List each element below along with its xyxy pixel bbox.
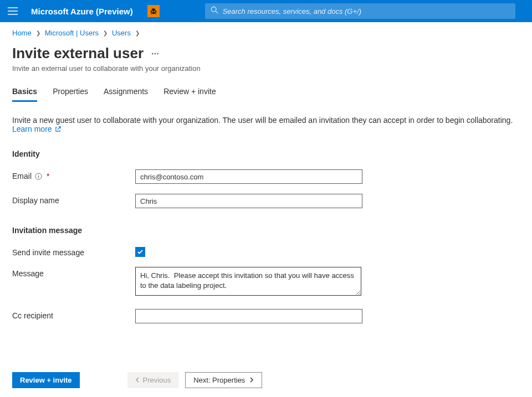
chevron-left-icon bbox=[135, 376, 140, 384]
svg-point-1 bbox=[211, 7, 216, 12]
send-invite-row: Send invite message bbox=[12, 246, 520, 257]
chevron-right-icon: ❯ bbox=[36, 30, 40, 36]
search-input[interactable] bbox=[223, 7, 510, 16]
message-label: Message bbox=[12, 267, 135, 278]
tab-basics[interactable]: Basics bbox=[12, 87, 37, 102]
display-name-field[interactable] bbox=[135, 194, 362, 208]
tab-assignments[interactable]: Assignments bbox=[104, 87, 148, 102]
identity-header: Identity bbox=[12, 149, 520, 158]
brand-title[interactable]: Microsoft Azure (Preview) bbox=[31, 7, 133, 16]
display-name-row: Display name bbox=[12, 194, 520, 208]
breadcrumb-users[interactable]: Users bbox=[112, 29, 131, 37]
email-field[interactable] bbox=[135, 169, 362, 184]
message-field[interactable] bbox=[135, 267, 361, 296]
page-title-text: Invite external user bbox=[12, 45, 144, 62]
tab-properties[interactable]: Properties bbox=[53, 87, 88, 102]
search-icon bbox=[211, 6, 218, 16]
cc-field[interactable] bbox=[135, 309, 362, 323]
check-icon bbox=[137, 249, 144, 255]
hamburger-menu-icon[interactable] bbox=[6, 5, 20, 17]
top-bar: Microsoft Azure (Preview) bbox=[0, 0, 532, 22]
review-invite-button[interactable]: Review + invite bbox=[12, 372, 80, 388]
breadcrumb: Home ❯ Microsoft | Users ❯ Users ❯ bbox=[12, 29, 520, 37]
tab-review-invite[interactable]: Review + invite bbox=[163, 87, 216, 102]
cc-label: Cc recipient bbox=[12, 309, 135, 320]
cc-row: Cc recipient bbox=[12, 309, 520, 323]
footer-actions: Review + invite Previous Next: Propertie… bbox=[0, 365, 532, 397]
main-content: Home ❯ Microsoft | Users ❯ Users ❯ Invit… bbox=[0, 22, 532, 323]
display-name-label: Display name bbox=[12, 194, 135, 205]
chevron-right-icon: ❯ bbox=[135, 30, 140, 36]
tabs: Basics Properties Assignments Review + i… bbox=[12, 87, 520, 102]
email-label: Email * bbox=[12, 169, 135, 181]
intro-text-content: Invite a new guest user to collaborate w… bbox=[12, 116, 513, 125]
page-subtitle: Invite an external user to collaborate w… bbox=[12, 64, 520, 73]
intro-text: Invite a new guest user to collaborate w… bbox=[12, 116, 520, 134]
message-row: Message bbox=[12, 267, 520, 296]
chevron-right-icon: ❯ bbox=[103, 30, 108, 36]
previous-button: Previous bbox=[127, 372, 179, 388]
bug-icon[interactable] bbox=[147, 5, 160, 17]
external-link-icon bbox=[55, 125, 61, 134]
send-invite-checkbox[interactable] bbox=[135, 247, 145, 257]
next-button[interactable]: Next: Properties bbox=[185, 372, 262, 388]
email-row: Email * bbox=[12, 169, 520, 184]
send-invite-label: Send invite message bbox=[12, 246, 135, 257]
breadcrumb-home[interactable]: Home bbox=[12, 29, 32, 37]
global-search[interactable] bbox=[205, 3, 515, 19]
breadcrumb-users-group[interactable]: Microsoft | Users bbox=[45, 29, 99, 37]
page-title: Invite external user ⋯ bbox=[12, 45, 520, 62]
learn-more-link[interactable]: Learn more bbox=[12, 125, 61, 133]
more-actions-icon[interactable]: ⋯ bbox=[151, 49, 159, 58]
required-indicator: * bbox=[47, 172, 49, 181]
chevron-right-icon bbox=[249, 376, 254, 384]
info-icon[interactable] bbox=[35, 173, 42, 180]
invitation-header: Invitation message bbox=[12, 226, 520, 235]
